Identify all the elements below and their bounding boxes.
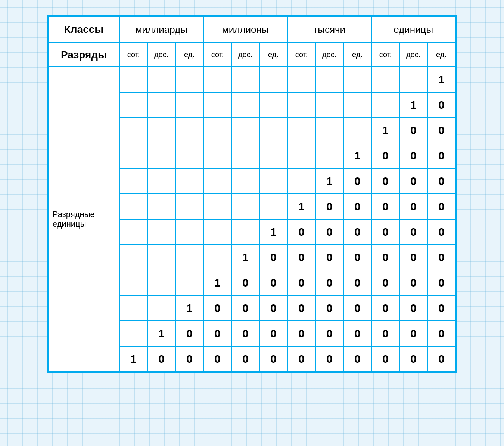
data-cell	[147, 118, 175, 143]
data-cell	[203, 245, 231, 270]
row-group-label: Разрядныеединицы	[49, 67, 119, 372]
table-row: Разрядныеединицы 1	[49, 67, 455, 92]
data-cell	[287, 67, 315, 92]
data-cell: 0	[343, 194, 371, 219]
data-cell	[203, 143, 231, 168]
data-cell: 0	[427, 245, 455, 270]
data-cell	[371, 67, 399, 92]
data-cell: 1	[427, 67, 455, 92]
data-cell	[203, 194, 231, 219]
data-cell: 0	[399, 194, 427, 219]
data-cell	[175, 168, 203, 194]
data-cell: 0	[203, 295, 231, 321]
data-cell: 0	[231, 321, 259, 346]
data-cell: 0	[371, 321, 399, 346]
data-cell: 0	[371, 143, 399, 168]
data-cell: 1	[315, 168, 343, 194]
data-cell: 0	[287, 321, 315, 346]
data-cell: 1	[119, 346, 147, 372]
data-cell: 0	[427, 118, 455, 143]
data-cell: 1	[399, 92, 427, 118]
rank-label-4: дес.	[231, 43, 259, 67]
data-cell	[175, 194, 203, 219]
data-cell	[119, 67, 147, 92]
data-cell: 0	[427, 194, 455, 219]
data-cell	[203, 219, 231, 245]
rank-label-0: сот.	[119, 43, 147, 67]
data-cell	[203, 67, 231, 92]
data-cell	[119, 168, 147, 194]
data-cell	[175, 270, 203, 295]
data-cell: 0	[315, 270, 343, 295]
data-cell	[259, 168, 287, 194]
data-cell	[147, 67, 175, 92]
data-cell	[119, 92, 147, 118]
data-cell: 0	[399, 270, 427, 295]
data-cell	[259, 118, 287, 143]
data-cell: 0	[259, 346, 287, 372]
data-cell: 0	[343, 245, 371, 270]
data-cell: 0	[399, 118, 427, 143]
data-cell: 0	[343, 346, 371, 372]
rank-label-10: дес.	[399, 43, 427, 67]
data-cell: 1	[371, 118, 399, 143]
data-cell: 0	[287, 295, 315, 321]
data-cell: 0	[315, 295, 343, 321]
data-cell: 0	[399, 321, 427, 346]
data-cell: 0	[427, 168, 455, 194]
data-cell: 0	[343, 321, 371, 346]
data-cell	[259, 92, 287, 118]
data-cell	[287, 118, 315, 143]
data-cell	[147, 270, 175, 295]
data-cell	[315, 67, 343, 92]
data-cell: 0	[287, 219, 315, 245]
data-cell: 0	[259, 321, 287, 346]
data-cell	[231, 168, 259, 194]
data-cell	[203, 118, 231, 143]
data-cell	[119, 219, 147, 245]
data-cell	[399, 67, 427, 92]
data-cell: 0	[427, 219, 455, 245]
data-cell	[119, 245, 147, 270]
data-cell	[147, 194, 175, 219]
data-cell	[231, 92, 259, 118]
data-cell: 0	[399, 245, 427, 270]
data-cell	[119, 118, 147, 143]
data-cell: 0	[371, 245, 399, 270]
classes-header: Классы	[49, 16, 119, 43]
data-cell: 0	[287, 346, 315, 372]
data-cell: 0	[175, 346, 203, 372]
data-cell	[231, 143, 259, 168]
rank-label-1: дес.	[147, 43, 175, 67]
data-cell	[371, 92, 399, 118]
data-cell	[315, 118, 343, 143]
rank-label-9: сот.	[371, 43, 399, 67]
data-cell	[343, 92, 371, 118]
data-cell: 0	[399, 143, 427, 168]
ranks-header: Разряды	[49, 43, 119, 67]
data-cell: 1	[175, 295, 203, 321]
data-cell	[259, 67, 287, 92]
data-cell: 0	[371, 194, 399, 219]
data-cell	[287, 168, 315, 194]
data-cell	[259, 194, 287, 219]
data-cell	[343, 118, 371, 143]
rank-label-11: ед.	[427, 43, 455, 67]
data-cell	[231, 194, 259, 219]
data-cell	[175, 143, 203, 168]
data-cell	[175, 219, 203, 245]
data-cell	[259, 143, 287, 168]
data-cell: 0	[399, 346, 427, 372]
data-cell	[231, 219, 259, 245]
data-cell: 1	[203, 270, 231, 295]
data-cell: 0	[343, 219, 371, 245]
data-cell: 0	[427, 321, 455, 346]
rank-label-8: ед.	[343, 43, 371, 67]
data-cell: 0	[147, 346, 175, 372]
data-cell: 0	[259, 245, 287, 270]
data-cell: 0	[371, 168, 399, 194]
data-cell	[147, 92, 175, 118]
data-cell	[147, 168, 175, 194]
data-cell: 0	[315, 245, 343, 270]
data-cell: 1	[147, 321, 175, 346]
